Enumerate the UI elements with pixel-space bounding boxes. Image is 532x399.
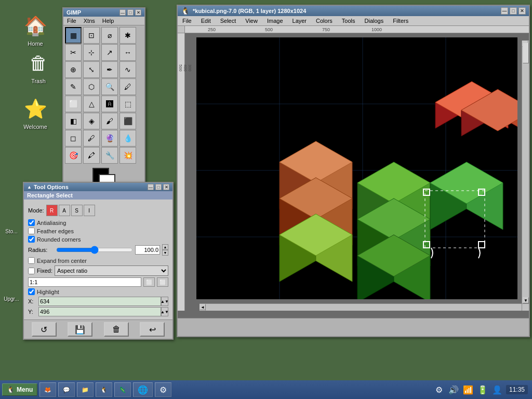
- tool-path[interactable]: 💥: [119, 147, 136, 164]
- taskbar-icon-5[interactable]: 👤: [491, 384, 503, 395]
- taskbar-app-chat[interactable]: 💬: [58, 382, 75, 397]
- vscroll-down-btn[interactable]: ▼: [523, 297, 529, 303]
- tool-measure[interactable]: 🎯: [65, 147, 82, 164]
- gimp-toolbox-close[interactable]: ✕: [135, 9, 141, 16]
- gimp-main-close[interactable]: ✕: [518, 7, 526, 15]
- history-button[interactable]: ↩: [140, 322, 165, 337]
- menu-file[interactable]: File: [65, 17, 78, 24]
- tool-ellipse-select[interactable]: ⊡: [83, 27, 100, 44]
- tool-shear[interactable]: ∿: [119, 61, 136, 78]
- tool-eraser[interactable]: ⬚: [119, 96, 136, 112]
- taskbar-icon-1[interactable]: ⚙: [433, 384, 445, 395]
- gimp-main-minimize[interactable]: —: [501, 7, 508, 15]
- menu-main-filters[interactable]: Filters: [391, 17, 410, 24]
- mode-subtract[interactable]: S: [71, 205, 83, 216]
- y-stepper[interactable]: ▲▼: [161, 307, 168, 316]
- tool-clone[interactable]: 🖌: [101, 113, 118, 129]
- fixed-checkbox[interactable]: [28, 268, 35, 274]
- feather-edges-checkbox[interactable]: [28, 228, 35, 234]
- tool-options-scroll-btn[interactable]: ▲: [27, 184, 32, 190]
- menu-main-dialogs[interactable]: Dialogs: [363, 17, 385, 24]
- hscroll-right-btn[interactable]: ►: [200, 310, 206, 311]
- desktop-icon-home[interactable]: 🏠 Home: [15, 9, 56, 51]
- taskbar-app-firefox[interactable]: 🦊: [39, 382, 56, 397]
- gimp-toolbox-minimize[interactable]: —: [119, 9, 126, 16]
- start-button[interactable]: 🐧 Menu: [2, 383, 37, 396]
- tool-crop[interactable]: ⊕: [65, 61, 82, 78]
- tool-options-close[interactable]: ✕: [163, 184, 169, 190]
- taskbar-icon-4[interactable]: 🔋: [477, 384, 488, 395]
- preset-save-button[interactable]: 💾: [68, 322, 92, 337]
- tool-iscissors[interactable]: ⊹: [83, 44, 100, 61]
- tool-blur-sharpen[interactable]: 🖋: [83, 130, 100, 147]
- tool-move[interactable]: ↗: [101, 44, 118, 61]
- menu-main-select[interactable]: Select: [219, 17, 238, 24]
- reset-button[interactable]: ↺: [32, 322, 57, 337]
- tool-rotate[interactable]: ⤡: [83, 61, 100, 78]
- menu-main-edit[interactable]: Edit: [200, 17, 212, 24]
- mode-replace[interactable]: R: [46, 205, 58, 216]
- tool-free-select[interactable]: ⌀: [101, 27, 118, 44]
- gimp-main-maximize[interactable]: □: [510, 7, 517, 15]
- menu-main-colors[interactable]: Colors: [314, 17, 334, 24]
- tool-perspective[interactable]: ✎: [65, 78, 82, 95]
- ratio-portrait-btn[interactable]: ⬜: [157, 277, 168, 287]
- menu-main-file[interactable]: File: [181, 17, 193, 24]
- antialiasing-checkbox[interactable]: [28, 219, 35, 226]
- tool-text[interactable]: 🔍: [101, 78, 118, 95]
- ratio-input[interactable]: [28, 277, 141, 287]
- tool-pencil[interactable]: △: [83, 96, 100, 112]
- x-input[interactable]: [38, 297, 161, 306]
- rounded-corners-checkbox[interactable]: [28, 236, 35, 243]
- taskbar-app-terminal[interactable]: ⚙: [155, 382, 171, 397]
- tool-airbrush[interactable]: ◧: [65, 113, 82, 129]
- tool-bucket-fill[interactable]: 🖊: [119, 78, 136, 95]
- desktop-icon-welcome[interactable]: ⭐ Welcome: [15, 92, 56, 134]
- menu-main-tools[interactable]: Tools: [340, 17, 357, 24]
- tool-options-minimize[interactable]: —: [148, 184, 154, 190]
- taskbar-app-gimp[interactable]: 🦎: [114, 382, 131, 397]
- ratio-landscape-btn[interactable]: ⬜: [143, 277, 155, 287]
- menu-main-layer[interactable]: Layer: [291, 17, 309, 24]
- tool-perspective-clone[interactable]: ◻: [65, 130, 82, 147]
- expand-checkbox[interactable]: [28, 257, 35, 264]
- radius-slider[interactable]: [56, 246, 133, 254]
- tool-flip[interactable]: ⬡: [83, 78, 100, 95]
- vscrollbar-thumb[interactable]: [523, 43, 529, 63]
- menu-xtns[interactable]: Xtns: [82, 17, 97, 24]
- radius-stepper[interactable]: ▲ ▼: [162, 244, 168, 256]
- menu-help[interactable]: Help: [101, 17, 116, 24]
- image-canvas[interactable]: [196, 37, 517, 299]
- mode-add[interactable]: A: [59, 205, 70, 216]
- tool-paintbrush[interactable]: 🅰: [101, 96, 118, 112]
- tool-fuzzy-select[interactable]: ✱: [119, 27, 136, 44]
- tool-rect-select[interactable]: ▦: [65, 27, 82, 44]
- tool-dodge-burn[interactable]: 💧: [119, 130, 136, 147]
- tool-options-maximize[interactable]: □: [155, 184, 162, 190]
- tool-align[interactable]: ↔: [119, 44, 136, 61]
- tool-blend[interactable]: ⬜: [65, 96, 82, 112]
- taskbar-app-browser2[interactable]: 🌐: [133, 382, 153, 397]
- vscrollbar[interactable]: ▲ ▼: [522, 41, 529, 303]
- hscrollbar[interactable]: ◄ ►: [200, 303, 522, 311]
- taskbar-app-files[interactable]: 📁: [77, 382, 94, 397]
- menu-main-view[interactable]: View: [244, 17, 259, 24]
- desktop-icon-trash[interactable]: 🗑 Trash: [18, 47, 59, 88]
- tool-ink[interactable]: ◈: [83, 113, 100, 129]
- y-input[interactable]: [38, 307, 161, 316]
- taskbar-icon-2[interactable]: 🔊: [448, 384, 459, 395]
- tool-color-picker[interactable]: 🖍: [83, 147, 100, 164]
- taskbar-app-linux[interactable]: 🐧: [96, 382, 112, 397]
- tool-zoom[interactable]: 🔧: [101, 147, 118, 164]
- aspect-ratio-select[interactable]: Aspect ratio Width Height Size: [55, 265, 168, 276]
- highlight-checkbox[interactable]: [28, 288, 35, 295]
- hscroll-left-btn[interactable]: ◄: [200, 304, 206, 310]
- canvas-content[interactable]: ▲ ▼ ◄ ►: [192, 33, 529, 311]
- menu-main-image[interactable]: Image: [265, 17, 285, 24]
- preset-delete-button[interactable]: 🗑: [104, 322, 129, 337]
- x-stepper[interactable]: ▲▼: [161, 297, 168, 306]
- taskbar-icon-3[interactable]: 📶: [462, 384, 474, 395]
- mode-intersect[interactable]: I: [84, 205, 95, 216]
- gimp-toolbox-maximize[interactable]: □: [127, 9, 134, 16]
- tool-heal[interactable]: ⬛: [119, 113, 136, 129]
